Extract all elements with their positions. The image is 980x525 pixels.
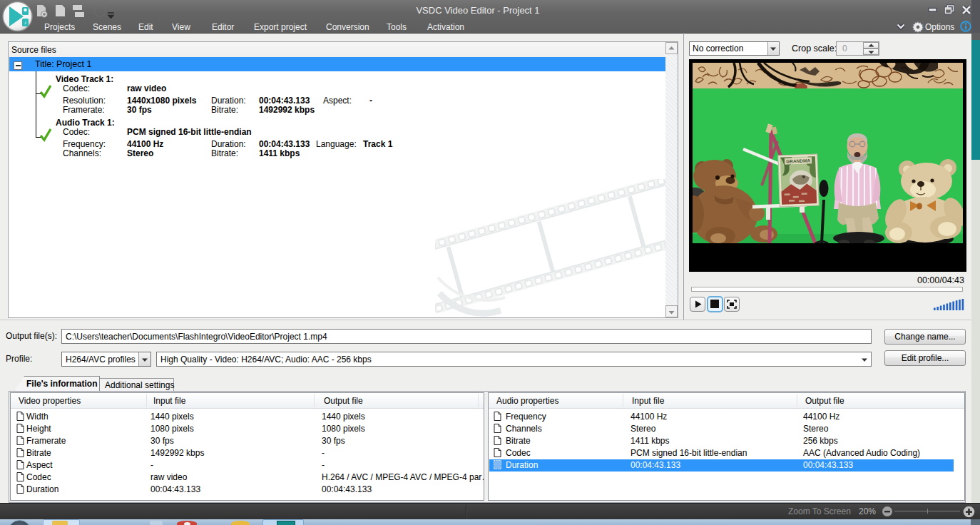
svg-text:♪: ♪ [24,20,27,25]
svg-text:GRANDMA: GRANDMA [786,158,810,163]
